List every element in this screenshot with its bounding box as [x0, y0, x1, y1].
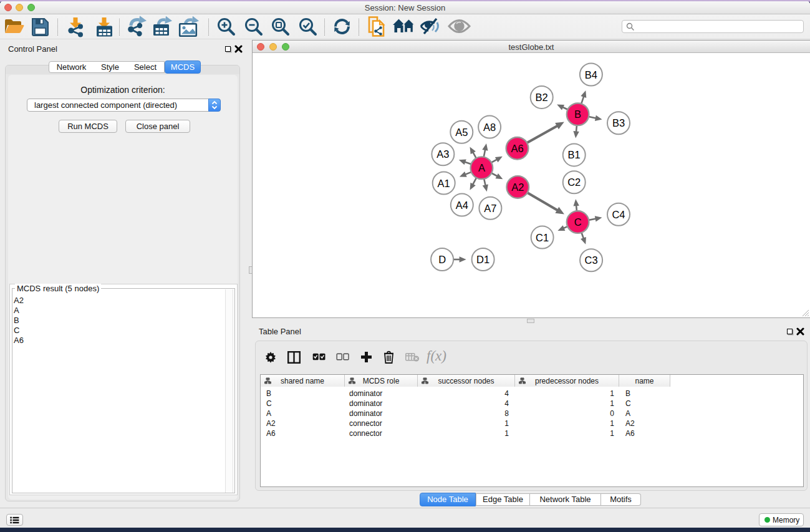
- svg-text:A8: A8: [483, 122, 496, 133]
- svg-text:A3: A3: [436, 148, 449, 160]
- svg-text:A1: A1: [438, 178, 450, 189]
- svg-text:D1: D1: [476, 254, 489, 265]
- svg-text:A2: A2: [511, 181, 524, 193]
- svg-text:B3: B3: [612, 117, 625, 128]
- svg-text:C2: C2: [567, 177, 581, 188]
- svg-text:A5: A5: [455, 127, 468, 138]
- svg-text:A6: A6: [511, 143, 523, 154]
- svg-text:C3: C3: [585, 254, 598, 266]
- svg-text:C: C: [574, 216, 582, 228]
- svg-text:A4: A4: [456, 200, 468, 211]
- svg-text:D: D: [438, 254, 446, 265]
- svg-text:B: B: [574, 109, 581, 120]
- svg-text:A7: A7: [484, 203, 496, 214]
- svg-text:C1: C1: [536, 232, 549, 243]
- svg-text:B1: B1: [568, 149, 581, 160]
- svg-text:A: A: [478, 162, 485, 173]
- svg-text:B4: B4: [585, 69, 597, 80]
- svg-text:B2: B2: [536, 92, 548, 103]
- svg-text:C4: C4: [612, 209, 625, 220]
